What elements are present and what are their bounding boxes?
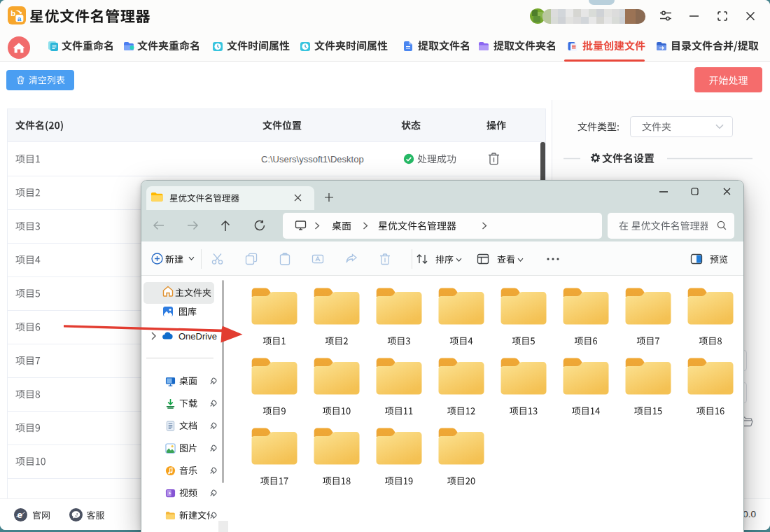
svg-text:a: a: [18, 15, 22, 22]
svg-text:b: b: [10, 9, 15, 18]
svg-text:e: e: [18, 510, 23, 520]
